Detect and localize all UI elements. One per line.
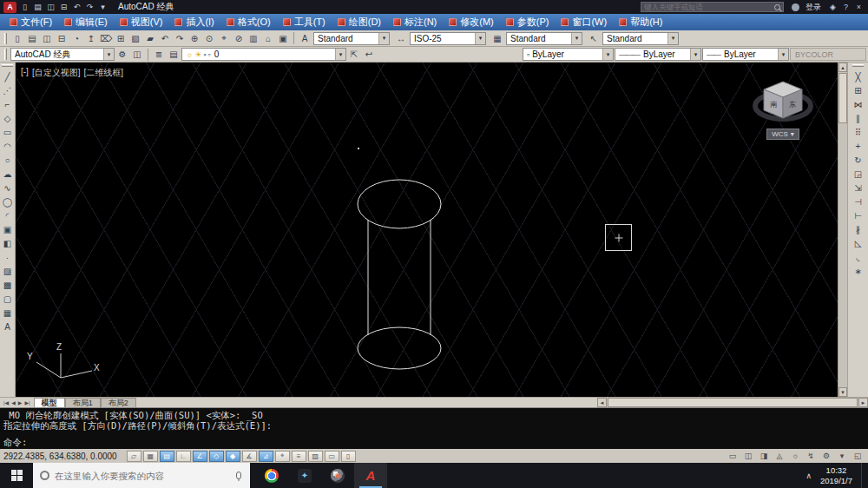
toolbar-grip[interactable] xyxy=(2,64,13,67)
quick-properties-toggle[interactable]: ▭ xyxy=(325,451,339,462)
infer-constraints-toggle[interactable]: ▱ xyxy=(127,451,141,462)
qa-save-icon[interactable]: ◫ xyxy=(45,3,56,11)
qa-plot-icon[interactable]: ⊟ xyxy=(58,3,69,11)
autocad-taskbar-icon[interactable]: A xyxy=(354,463,387,488)
workspace-switch-icon[interactable]: ⚙ xyxy=(819,451,833,462)
chevron-down-icon[interactable]: ▾ xyxy=(378,33,389,44)
viewcube-graphic[interactable]: 南 东 xyxy=(753,75,813,125)
menu-item[interactable]: 工具(T) xyxy=(277,14,332,30)
quick-view-layouts-icon[interactable]: ◫ xyxy=(741,451,755,462)
close-icon[interactable]: × xyxy=(853,3,865,11)
mirror-icon[interactable]: ⋈ xyxy=(852,97,865,111)
search-icon[interactable] xyxy=(774,4,780,10)
show-desktop-button[interactable] xyxy=(861,463,865,488)
polygon-icon[interactable]: ◇ xyxy=(1,111,15,125)
scroll-left-icon[interactable]: ◄ xyxy=(597,398,607,407)
menu-item[interactable]: 绘图(D) xyxy=(332,14,387,30)
line-icon[interactable]: ╱ xyxy=(1,69,15,83)
zoom-realtime-icon[interactable]: ⊙ xyxy=(202,32,216,45)
rectangle-icon[interactable]: ▭ xyxy=(1,125,15,139)
workspace-settings-icon[interactable]: ⚙ xyxy=(115,48,129,61)
insert-block-icon[interactable]: ▣ xyxy=(1,222,15,236)
annotation-scale-icon[interactable]: ◬ xyxy=(773,451,786,462)
layer-combo[interactable]: ☼☀▪▫ 0 ▾ xyxy=(181,48,346,61)
qa-new-icon[interactable]: ▯ xyxy=(19,3,30,11)
layer-on-icon[interactable]: ☼ xyxy=(186,50,193,59)
copy-clip-icon[interactable]: ⊞ xyxy=(114,32,128,45)
chevron-down-icon[interactable]: ▾ xyxy=(103,49,114,60)
point-icon[interactable]: ∙ xyxy=(1,250,15,264)
print-icon[interactable]: ⊟ xyxy=(55,32,69,45)
mtext-icon[interactable]: A xyxy=(1,320,15,333)
ellipse-arc-icon[interactable]: ◜ xyxy=(1,208,15,222)
zoom-previous-icon[interactable]: ⊘ xyxy=(232,32,246,45)
array-icon[interactable]: ⠿ xyxy=(852,125,865,139)
spline-icon[interactable]: ∿ xyxy=(1,181,15,195)
open-icon[interactable]: ▤ xyxy=(25,32,39,45)
toolbar-grip[interactable] xyxy=(852,64,864,67)
paste-icon[interactable]: ▧ xyxy=(128,32,142,45)
autoscale-icon[interactable]: ↯ xyxy=(804,451,818,462)
first-tab-icon[interactable]: |◀ xyxy=(3,399,9,406)
mleader-style-icon[interactable]: ↖ xyxy=(587,32,601,45)
layer-states-icon[interactable]: ▤ xyxy=(167,48,181,61)
circle-icon[interactable]: ○ xyxy=(1,153,15,167)
app-logo[interactable]: A xyxy=(3,2,16,13)
table-style-combo[interactable]: Standard ▾ xyxy=(506,32,582,45)
workspace-combo[interactable]: AutoCAD 经典 ▾ xyxy=(10,48,115,61)
viewcube[interactable]: 南 东 WCS ▾ xyxy=(753,75,813,140)
publish-icon[interactable]: ↥ xyxy=(84,32,98,45)
table-style-icon[interactable]: ▦ xyxy=(490,32,504,45)
menu-item[interactable]: 标注(N) xyxy=(387,14,443,30)
chevron-down-icon[interactable]: ▾ xyxy=(791,130,794,138)
scroll-up-icon[interactable]: ▲ xyxy=(838,63,847,72)
help-search-input[interactable] xyxy=(644,3,772,11)
capture-app-icon[interactable]: ◉ xyxy=(321,463,354,488)
horizontal-scroll-thumb[interactable] xyxy=(608,398,858,407)
offset-icon[interactable]: ∥ xyxy=(852,111,865,125)
layout-tab[interactable]: 布局2 xyxy=(101,398,136,407)
match-properties-icon[interactable]: ▰ xyxy=(143,32,157,45)
cleanscreen-icon[interactable]: ◱ xyxy=(851,451,865,462)
qa-open-icon[interactable]: ▤ xyxy=(32,3,43,11)
menu-item[interactable]: 帮助(H) xyxy=(613,14,668,30)
ortho-toggle[interactable]: ∟ xyxy=(176,451,191,462)
crosshair-pickbox[interactable] xyxy=(605,224,632,251)
break-icon[interactable]: ∦ xyxy=(852,222,865,236)
otrack-toggle[interactable]: ∡ xyxy=(242,451,257,462)
menu-item[interactable]: 窗口(W) xyxy=(555,14,613,30)
taskbar-search-box[interactable] xyxy=(33,463,250,488)
vertical-scrollbar[interactable]: ▲ ▼ xyxy=(838,63,847,397)
exchange-apps-icon[interactable]: ◈ xyxy=(827,3,838,11)
wcs-menu[interactable]: WCS ▾ xyxy=(766,129,799,140)
menu-item[interactable]: 插入(I) xyxy=(168,14,220,30)
layer-color-chip[interactable]: ▫ xyxy=(208,50,211,59)
vertical-scroll-thumb[interactable] xyxy=(838,73,847,123)
start-button[interactable] xyxy=(0,463,33,488)
chevron-down-icon[interactable]: ▾ xyxy=(571,33,582,44)
ellipse-icon[interactable]: ◯ xyxy=(1,195,15,208)
transparency-toggle[interactable]: ▨ xyxy=(308,451,323,462)
chevron-down-icon[interactable]: ▾ xyxy=(335,49,345,60)
text-style-icon[interactable]: A xyxy=(298,32,312,45)
annotation-visibility-icon[interactable]: ☼ xyxy=(788,451,802,462)
media-app-icon[interactable]: ✦ xyxy=(288,463,321,488)
tray-expand-icon[interactable]: ∧ xyxy=(806,472,812,480)
quick-view-drawings-icon[interactable]: ◨ xyxy=(757,451,771,462)
save-icon[interactable]: ◫ xyxy=(40,32,54,45)
fillet-icon[interactable]: ◟ xyxy=(852,250,865,264)
lineweight-combo[interactable]: —— ByLayer ▾ xyxy=(702,48,789,61)
microphone-icon[interactable] xyxy=(236,472,241,479)
command-prompt[interactable]: 命令: xyxy=(3,437,865,447)
layout-tab[interactable]: 模型 xyxy=(34,398,65,407)
horizontal-scrollbar[interactable]: ◄ ► xyxy=(597,398,868,407)
signin-person-icon[interactable] xyxy=(792,3,799,11)
mleader-style-combo[interactable]: Standard ▾ xyxy=(602,32,679,45)
chrome-icon[interactable] xyxy=(255,463,288,488)
grid-toggle[interactable]: ▤ xyxy=(160,451,174,462)
move-icon[interactable]: + xyxy=(852,139,865,153)
polyline-icon[interactable]: ⌐ xyxy=(1,97,15,111)
hatch-icon[interactable]: ▨ xyxy=(1,264,15,278)
qa-dropdown-icon[interactable]: ▾ xyxy=(97,3,108,11)
ducs-toggle[interactable]: ⊿ xyxy=(259,451,273,462)
